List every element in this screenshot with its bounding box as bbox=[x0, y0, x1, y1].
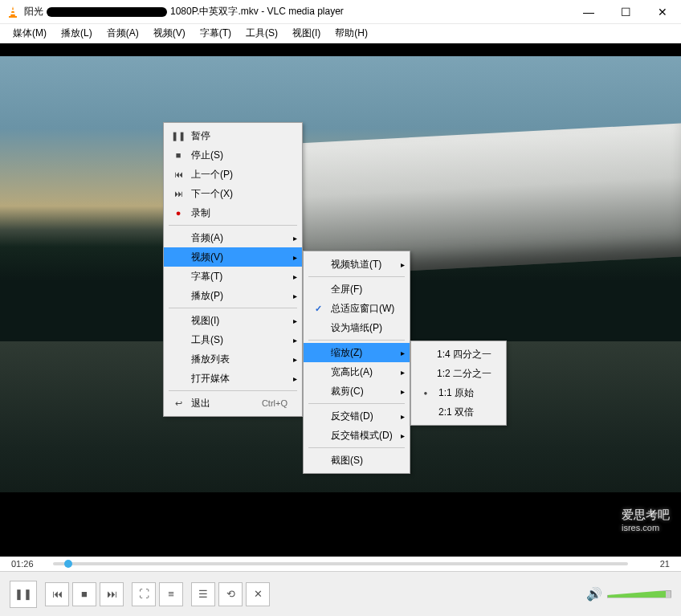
menu-item-label: 视频轨道(T) bbox=[328, 258, 395, 271]
menu-audio[interactable]: 音频(A) bbox=[100, 24, 145, 43]
ctx-main-item-0[interactable]: ❚❚暂停 bbox=[164, 126, 302, 145]
menu-item-label: 宽高比(A) bbox=[328, 365, 395, 379]
ctx-main-item-13[interactable]: 播放列表 bbox=[164, 349, 302, 369]
menu-item-label: 截图(S) bbox=[328, 454, 395, 467]
ctx-main-item-14[interactable]: 打开媒体 bbox=[164, 369, 302, 388]
menu-item-label: 打开媒体 bbox=[188, 372, 287, 386]
check-icon bbox=[308, 304, 328, 314]
window-title: 阳光1080P.中英双字.mkv - VLC media player bbox=[24, 5, 570, 18]
ctx-zoom-item-0[interactable]: 1:4 四分之一 bbox=[411, 345, 506, 364]
menu-item-label: 下一个(X) bbox=[188, 187, 287, 201]
minimize-button[interactable]: — bbox=[570, 0, 607, 24]
extended-settings-button[interactable]: ≡ bbox=[159, 582, 183, 606]
menu-item-label: 播放(P) bbox=[188, 289, 287, 303]
menu-item-label: 2:1 双倍 bbox=[435, 406, 491, 419]
menu-subtitle[interactable]: 字幕(T) bbox=[194, 24, 238, 43]
menu-item-label: 1:1 原始 bbox=[435, 386, 491, 400]
ctx-main-item-4[interactable]: ●录制 bbox=[164, 203, 302, 222]
menu-item-label: 字幕(T) bbox=[188, 270, 287, 284]
menu-item-label: 设为墙纸(P) bbox=[328, 321, 395, 335]
titlebar: 阳光1080P.中英双字.mkv - VLC media player — ☐ … bbox=[0, 0, 681, 24]
letterbox-bottom bbox=[0, 492, 681, 557]
ctx-video-item-0[interactable]: 视频轨道(T) bbox=[304, 255, 410, 274]
loop-button[interactable]: ⟲ bbox=[218, 582, 243, 606]
ctx-zoom-item-1[interactable]: 1:2 二分之一 bbox=[411, 364, 506, 383]
menu-item-label: 总适应窗口(W) bbox=[328, 302, 395, 316]
close-button[interactable]: ✕ bbox=[644, 0, 681, 24]
menu-separator bbox=[308, 403, 405, 404]
context-menu-video: 视频轨道(T)全屏(F)总适应窗口(W)设为墙纸(P)缩放(Z)宽高比(A)裁剪… bbox=[303, 251, 410, 474]
prev-button[interactable]: ⏮ bbox=[45, 582, 69, 606]
menu-item-label: 1:2 二分之一 bbox=[434, 367, 491, 381]
stop-button[interactable]: ■ bbox=[72, 582, 96, 606]
ctx-main-item-3[interactable]: ⏭下一个(X) bbox=[164, 184, 302, 203]
shortcut-label: Ctrl+Q bbox=[262, 398, 287, 408]
menu-tools[interactable]: 工具(S) bbox=[239, 24, 284, 43]
ctx-video-item-10[interactable]: 反交错(D) bbox=[304, 406, 410, 426]
menu-video[interactable]: 视频(V) bbox=[147, 24, 192, 43]
menu-item-label: 录制 bbox=[188, 206, 287, 220]
fullscreen-button[interactable]: ⛶ bbox=[132, 582, 156, 606]
ctx-main-item-11[interactable]: 视图(I) bbox=[164, 311, 302, 330]
svg-rect-1 bbox=[9, 16, 17, 18]
menu-item-label: 缩放(Z) bbox=[328, 346, 395, 360]
next-button[interactable]: ⏭ bbox=[100, 582, 124, 606]
ctx-main-item-6[interactable]: 音频(A) bbox=[164, 228, 302, 247]
ctx-video-item-8[interactable]: 裁剪(C) bbox=[304, 381, 410, 401]
ctx-main-item-8[interactable]: 字幕(T) bbox=[164, 267, 302, 286]
menu-separator bbox=[308, 447, 405, 448]
letterbox-top bbox=[0, 43, 681, 56]
menu-item-label: 暂停 bbox=[188, 129, 287, 143]
menu-icon: ⏮ bbox=[169, 169, 188, 179]
menu-item-label: 视图(I) bbox=[188, 314, 287, 328]
menu-item-label: 裁剪(C) bbox=[328, 385, 395, 398]
ctx-video-item-4[interactable]: 设为墙纸(P) bbox=[304, 318, 410, 337]
menu-help[interactable]: 帮助(H) bbox=[328, 24, 374, 43]
ctx-video-item-7[interactable]: 宽高比(A) bbox=[304, 362, 410, 381]
menubar: 媒体(M) 播放(L) 音频(A) 视频(V) 字幕(T) 工具(S) 视图(I… bbox=[0, 24, 681, 43]
menu-icon: ⏭ bbox=[169, 189, 188, 198]
menu-item-label: 工具(S) bbox=[188, 333, 287, 347]
menu-item-label: 1:4 四分之一 bbox=[434, 348, 491, 361]
menu-media[interactable]: 媒体(M) bbox=[6, 24, 53, 43]
ctx-main-item-7[interactable]: 视频(V) bbox=[164, 247, 302, 267]
menu-item-label: 上一个(P) bbox=[188, 168, 287, 182]
bullet-icon bbox=[416, 390, 435, 397]
ctx-video-item-6[interactable]: 缩放(Z) bbox=[304, 343, 410, 362]
ctx-main-item-9[interactable]: 播放(P) bbox=[164, 286, 302, 305]
ctx-video-item-2[interactable]: 全屏(F) bbox=[304, 279, 410, 299]
volume-slider[interactable] bbox=[607, 590, 671, 598]
ctx-video-item-3[interactable]: 总适应窗口(W) bbox=[304, 299, 410, 318]
shuffle-button[interactable]: ✕ bbox=[246, 582, 270, 606]
seek-slider[interactable] bbox=[53, 562, 628, 565]
ctx-main-item-16[interactable]: ↩退出Ctrl+Q bbox=[164, 394, 302, 413]
menu-item-label: 反交错模式(D) bbox=[328, 429, 395, 443]
menu-separator bbox=[169, 390, 297, 391]
seek-thumb[interactable] bbox=[64, 560, 72, 568]
ctx-video-item-13[interactable]: 截图(S) bbox=[304, 451, 410, 470]
time-total[interactable]: 21 bbox=[633, 559, 670, 569]
menu-icon: ■ bbox=[169, 150, 188, 160]
play-pause-button[interactable]: ❚❚ bbox=[10, 581, 37, 608]
playlist-button[interactable]: ☰ bbox=[191, 582, 215, 606]
ctx-video-item-11[interactable]: 反交错模式(D) bbox=[304, 426, 410, 445]
menu-item-label: 停止(S) bbox=[188, 149, 287, 162]
time-elapsed[interactable]: 01:26 bbox=[11, 559, 48, 569]
menu-icon: ↩ bbox=[169, 398, 188, 409]
ctx-main-item-12[interactable]: 工具(S) bbox=[164, 330, 302, 349]
context-menu-main: ❚❚暂停■停止(S)⏮上一个(P)⏭下一个(X)●录制音频(A)视频(V)字幕(… bbox=[163, 122, 303, 417]
ctx-zoom-item-3[interactable]: 2:1 双倍 bbox=[411, 402, 506, 422]
menu-separator bbox=[308, 276, 405, 277]
title-redacted bbox=[47, 7, 167, 17]
control-bar: ❚❚ ⏮ ■ ⏭ ⛶ ≡ ☰ ⟲ ✕ 🔊 bbox=[0, 571, 681, 616]
ctx-zoom-item-2[interactable]: 1:1 原始 bbox=[411, 383, 506, 402]
video-area[interactable]: 爱思考吧isres.com ❚❚暂停■停止(S)⏮上一个(P)⏭下一个(X)●录… bbox=[0, 43, 681, 557]
seek-row: 01:26 21 bbox=[0, 557, 681, 571]
menu-view[interactable]: 视图(I) bbox=[286, 24, 327, 43]
maximize-button[interactable]: ☐ bbox=[607, 0, 644, 24]
ctx-main-item-1[interactable]: ■停止(S) bbox=[164, 145, 302, 165]
mute-icon[interactable]: 🔊 bbox=[586, 586, 602, 602]
ctx-main-item-2[interactable]: ⏮上一个(P) bbox=[164, 165, 302, 184]
menu-playback[interactable]: 播放(L) bbox=[55, 24, 99, 43]
menu-icon: ● bbox=[169, 208, 188, 218]
